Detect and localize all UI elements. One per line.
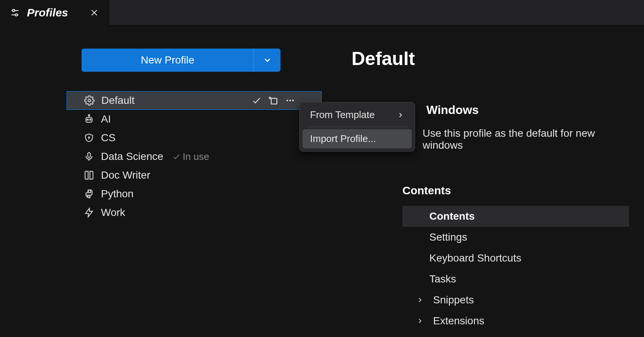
contents-header: Contents [402,184,629,197]
contents-item-tasks[interactable]: Tasks [402,269,629,290]
profile-item-cs[interactable]: CS [67,129,322,147]
svg-point-11 [289,100,291,101]
menu-item-label: From Template [310,109,375,121]
contents-item-label: Settings [429,231,467,243]
new-profile-split-button: New Profile [82,49,280,72]
svg-marker-24 [86,208,93,217]
new-profile-dropdown-menu: From Template Import Profile... [299,102,415,152]
profile-label: Doc Writer [101,169,150,181]
robot-icon [83,113,95,125]
menu-divider [307,127,407,127]
more-actions-button[interactable] [285,95,295,106]
svg-point-14 [87,119,88,120]
contents-item-settings[interactable]: Settings [402,227,629,248]
svg-point-3 [15,14,18,16]
tab-bar: Profiles [0,0,644,25]
new-window-button[interactable] [268,95,279,106]
contents-item-label: Contents [429,210,475,222]
mic-icon [83,151,95,163]
new-profile-dropdown-button[interactable] [254,49,280,72]
contents-item-snippets[interactable]: Snippets [402,290,629,310]
shield-icon [83,132,95,144]
menu-item-from-template[interactable]: From Template [303,105,412,124]
profile-label: Data Science [101,151,163,163]
tab-bar-empty [109,0,644,25]
profiles-sidebar: New Profile Default [0,25,322,337]
profile-label: Work [101,207,125,219]
profile-item-default[interactable]: Default [67,91,322,110]
svg-point-22 [88,191,89,192]
contents-item-label: Snippets [433,294,474,306]
profile-item-work[interactable]: Work [67,203,322,222]
profile-item-ai[interactable]: AI [67,110,322,129]
svg-point-23 [89,196,90,197]
profile-label: CS [101,132,116,144]
svg-point-10 [286,100,288,101]
chevron-right-icon [415,317,425,325]
profile-item-data-science[interactable]: Data Science In use [67,147,322,166]
contents-item-contents[interactable]: Contents [402,206,629,227]
svg-point-15 [90,119,91,120]
contents-item-label: Keyboard Shortcuts [429,252,521,264]
chevron-right-icon [415,296,425,304]
new-profile-button[interactable]: New Profile [82,49,254,72]
windows-header: Windows [426,103,629,117]
gear-icon [83,95,95,106]
contents-item-label: Tasks [429,273,456,285]
chevron-down-icon [263,55,272,65]
profile-title: Default [352,48,629,69]
svg-point-6 [88,99,91,102]
svg-point-1 [13,9,15,12]
tab-profiles[interactable]: Profiles [0,0,109,25]
bolt-icon [83,207,95,219]
profile-item-python[interactable]: Python [67,185,322,203]
close-icon[interactable] [90,8,99,17]
profile-item-doc-writer[interactable]: Doc Writer [67,166,322,185]
book-icon [83,169,95,181]
use-profile-button[interactable] [252,95,261,106]
in-use-badge: In use [172,151,209,163]
menu-item-label: Import Profile... [310,133,376,145]
settings-sliders-icon [10,7,20,18]
use-default-row: Use this profile as the default for new … [402,127,629,151]
svg-rect-20 [88,153,91,158]
contents-item-label: Extensions [433,315,484,327]
profile-details: Default Windows Use this profile as the … [322,25,644,337]
contents-item-keyboard[interactable]: Keyboard Shortcuts [402,248,629,269]
profile-label: Python [101,188,134,200]
content-area: New Profile Default [0,25,644,337]
chevron-right-icon [397,111,404,119]
profile-list: Default AI [0,91,322,222]
profile-label: Default [101,95,135,106]
contents-item-extensions[interactable]: Extensions [402,310,629,331]
tab-title: Profiles [27,6,83,19]
svg-rect-7 [271,98,277,104]
in-use-text: In use [183,151,209,163]
svg-point-12 [292,100,294,101]
use-default-label: Use this profile as the default for new … [423,127,629,151]
snake-icon [83,188,95,200]
menu-item-import-profile[interactable]: Import Profile... [303,129,412,148]
contents-list: Contents Settings Keyboard Shortcuts Tas… [402,206,629,331]
profile-label: AI [101,113,111,125]
svg-point-18 [89,137,90,138]
